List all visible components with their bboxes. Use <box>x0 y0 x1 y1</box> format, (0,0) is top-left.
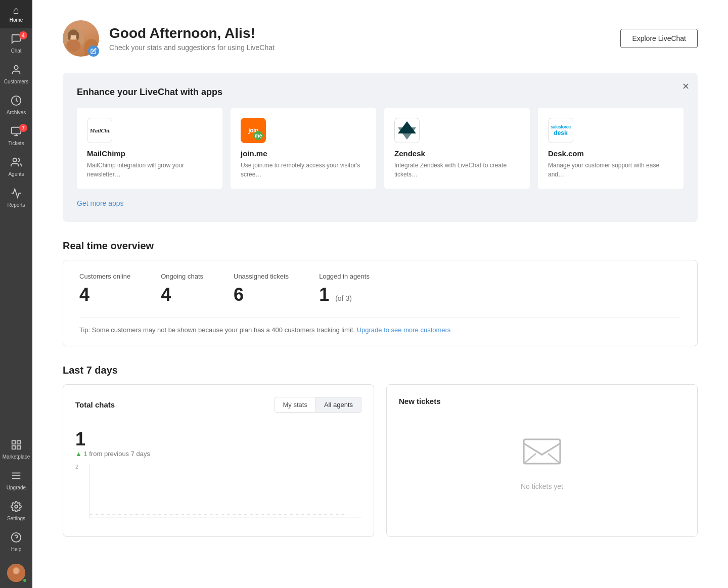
app-name-zendesk: Zendesk <box>394 149 520 158</box>
stat-label-1: Ongoing chats <box>161 273 203 280</box>
reports-icon <box>11 188 22 200</box>
sidebar-label-settings: Settings <box>7 516 25 522</box>
trend-value: 1 <box>84 450 87 458</box>
svg-point-0 <box>14 66 18 69</box>
sidebar-item-customers[interactable]: Customers <box>0 59 32 90</box>
app-card-mailchimp[interactable]: MailChimp MailChimp MailChimp integratio… <box>77 108 222 189</box>
allagents-toggle-btn[interactable]: All agents <box>316 397 361 413</box>
new-tickets-title: New tickets <box>399 397 685 405</box>
svg-point-22 <box>66 39 80 52</box>
app-name-desk: Desk.com <box>548 149 673 158</box>
help-icon <box>11 532 22 545</box>
svg-line-31 <box>524 454 536 464</box>
svg-line-32 <box>548 454 560 464</box>
customers-icon <box>11 64 22 77</box>
realtime-title: Real time overview <box>63 240 698 252</box>
app-desc-desk: Manage your customer support with ease a… <box>548 161 673 179</box>
stat-value-3: 1 <box>319 284 329 305</box>
header-left: Good Afternoon, Alis! Check your stats a… <box>63 20 275 57</box>
svg-rect-8 <box>12 446 15 449</box>
svg-point-25 <box>68 32 71 40</box>
online-indicator <box>22 578 27 583</box>
sidebar: ⌂ Home 4 Chat Customers Archives <box>0 0 32 588</box>
sidebar-label-help: Help <box>11 547 22 553</box>
sidebar-item-home[interactable]: ⌂ Home <box>0 0 32 28</box>
edit-avatar-badge[interactable] <box>88 46 99 57</box>
total-chats-value: 1 <box>75 429 361 450</box>
explore-livechat-button[interactable]: Explore LiveChat <box>620 29 698 48</box>
sidebar-label-home: Home <box>10 17 23 23</box>
get-more-apps-link[interactable]: Get more apps <box>77 199 124 207</box>
app-desc-zendesk: Integrate Zendesk with LiveChat to creat… <box>394 161 520 179</box>
sidebar-user-avatar[interactable] <box>0 558 32 588</box>
stat-customers-online: Customers online 4 <box>79 273 130 305</box>
stats-row: Customers online 4 Ongoing chats 4 Unass… <box>79 273 681 305</box>
stats-toggle: My stats All agents <box>275 397 362 413</box>
stat-label-2: Unassigned tickets <box>234 273 289 280</box>
user-avatar-container <box>63 20 99 57</box>
new-tickets-card: New tickets No tickets yet <box>386 384 698 537</box>
greeting-heading: Good Afternoon, Alis! <box>109 25 275 41</box>
sidebar-label-tickets: Tickets <box>8 141 24 147</box>
svg-rect-9 <box>17 446 20 449</box>
stat-ongoing-chats: Ongoing chats 4 <box>161 273 203 305</box>
chat-badge: 4 <box>19 31 27 39</box>
stat-label-0: Customers online <box>79 273 130 280</box>
home-icon: ⌂ <box>13 5 19 15</box>
stat-value-1: 4 <box>161 284 203 305</box>
sidebar-label-agents: Agents <box>8 171 24 177</box>
marketplace-icon <box>11 439 22 452</box>
svg-rect-7 <box>17 441 20 444</box>
settings-icon <box>11 501 22 514</box>
stats-card: Customers online 4 Ongoing chats 4 Unass… <box>63 260 698 346</box>
sidebar-item-agents[interactable]: Agents <box>0 152 32 183</box>
sidebar-item-settings[interactable]: Settings <box>0 496 32 527</box>
apps-grid: MailChimp MailChimp MailChimp integratio… <box>77 108 684 189</box>
enhance-section: Enhance your LiveChat with apps ✕ MailCh… <box>63 73 698 222</box>
app-card-joinme[interactable]: join me join.me Use join.me to remotely … <box>231 108 376 189</box>
svg-point-13 <box>15 505 18 508</box>
last7days-section: Last 7 days Total chats My stats All age… <box>63 365 698 537</box>
sidebar-item-help[interactable]: Help <box>0 527 32 558</box>
main-content: Good Afternoon, Alis! Check your stats a… <box>32 0 728 588</box>
app-card-desk[interactable]: salesforce desk Desk.com Manage your cus… <box>538 108 684 189</box>
sidebar-item-archives[interactable]: Archives <box>0 90 32 121</box>
sidebar-label-archives: Archives <box>7 110 26 116</box>
chart-area: 2 <box>75 464 361 524</box>
sidebar-item-reports[interactable]: Reports <box>0 183 32 213</box>
last7days-grid: Total chats My stats All agents 1 ▲ 1 fr… <box>63 384 698 537</box>
total-chats-title: Total chats <box>75 400 115 409</box>
mystats-toggle-btn[interactable]: My stats <box>275 397 316 413</box>
sidebar-item-marketplace[interactable]: Marketplace <box>0 434 32 465</box>
no-tickets-label: No tickets yet <box>521 482 563 490</box>
svg-rect-6 <box>12 441 15 444</box>
stat-logged-agents: Logged in agents 1 (of 3) <box>319 273 370 305</box>
upgrade-link[interactable]: Upgrade to see more customers <box>357 326 451 334</box>
app-name-joinme: join.me <box>241 149 366 158</box>
stat-value-0: 4 <box>79 284 130 305</box>
total-chats-card: Total chats My stats All agents 1 ▲ 1 fr… <box>63 384 374 537</box>
tip-text: Tip: Some customers may not be shown bec… <box>79 326 357 334</box>
sidebar-label-upgrade: Upgrade <box>7 485 26 491</box>
sidebar-item-chat[interactable]: 4 Chat <box>0 28 32 59</box>
app-card-zendesk[interactable]: Zendesk Integrate Zendesk with LiveChat … <box>384 108 530 189</box>
sidebar-label-customers: Customers <box>4 79 28 85</box>
tip-row: Tip: Some customers may not be shown bec… <box>79 318 681 334</box>
close-enhance-button[interactable]: ✕ <box>682 81 690 92</box>
app-desc-mailchimp: MailChimp integration will grow your new… <box>87 161 212 179</box>
mailchimp-icon: MailChimp <box>87 118 112 143</box>
mail-icon <box>522 434 562 476</box>
trend-indicator: ▲ 1 from previous 7 days <box>75 450 361 458</box>
header: Good Afternoon, Alis! Check your stats a… <box>63 20 698 57</box>
sidebar-item-tickets[interactable]: 7 Tickets <box>0 121 32 152</box>
trend-label: from previous 7 days <box>89 450 150 458</box>
joinme-icon: join me <box>241 118 266 143</box>
no-tickets-container: No tickets yet <box>399 414 685 511</box>
agents-icon <box>11 157 22 169</box>
archives-icon <box>11 95 22 108</box>
svg-point-19 <box>14 568 19 574</box>
sidebar-item-upgrade[interactable]: Upgrade <box>0 465 32 496</box>
header-text: Good Afternoon, Alis! Check your stats a… <box>109 25 275 52</box>
trend-arrow: ▲ <box>75 450 82 458</box>
stat-value-2: 6 <box>234 284 289 305</box>
